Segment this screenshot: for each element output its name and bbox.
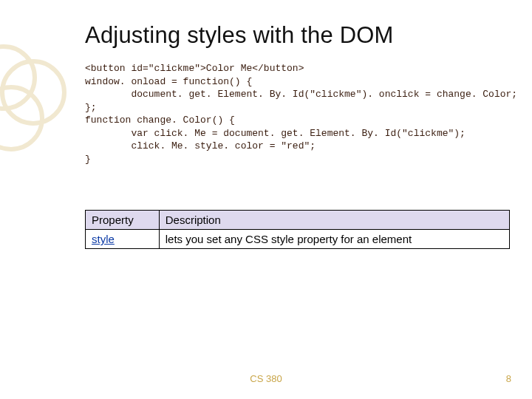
table-header-property: Property — [86, 211, 160, 230]
code-line: var click. Me = document. get. Element. … — [85, 128, 466, 139]
table-cell-property: style — [86, 230, 160, 249]
slide-title: Adjusting styles with the DOM — [85, 22, 510, 49]
footer-page-number: 8 — [506, 373, 511, 384]
table-cell-description: lets you set any CSS style property for … — [159, 230, 509, 249]
code-line: }; — [85, 102, 97, 113]
code-line: } — [85, 154, 91, 165]
table-row: Property Description — [86, 211, 510, 230]
code-line: window. onload = function() { — [85, 76, 252, 87]
code-line: <button id="clickme">Color Me</button> — [85, 63, 304, 74]
code-block: <button id="clickme">Color Me</button> w… — [85, 62, 510, 166]
footer-course: CS 380 — [0, 373, 532, 384]
property-table: Property Description style lets you set … — [85, 210, 510, 249]
slide-body: Adjusting styles with the DOM <button id… — [85, 22, 510, 249]
code-line: function change. Color() { — [85, 115, 235, 126]
code-line: click. Me. style. color = "red"; — [85, 140, 316, 151]
table-row: style lets you set any CSS style propert… — [86, 230, 510, 249]
style-link[interactable]: style — [92, 233, 115, 245]
background-rings-deco — [0, 44, 89, 163]
table-header-description: Description — [159, 211, 509, 230]
code-line: document. get. Element. By. Id("clickme"… — [85, 89, 517, 100]
